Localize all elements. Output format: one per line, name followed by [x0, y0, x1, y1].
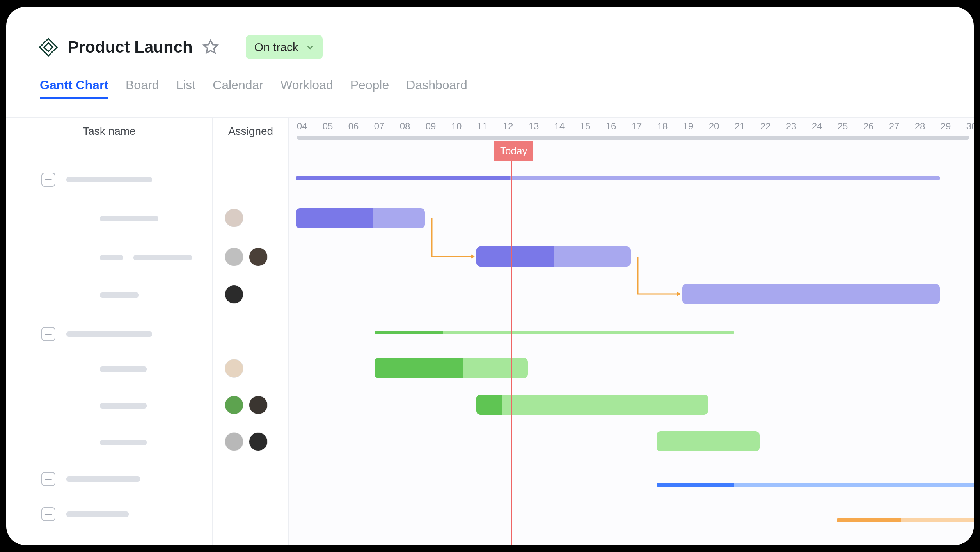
- gantt-task-bar[interactable]: [682, 284, 940, 304]
- project-title: Product Launch: [68, 38, 193, 57]
- timeline-strip: [297, 136, 969, 140]
- day-cell: 17: [624, 118, 650, 136]
- group-row[interactable]: [6, 460, 974, 498]
- tab-list[interactable]: List: [176, 78, 195, 99]
- day-cell: 21: [727, 118, 753, 136]
- favorite-star-button[interactable]: [202, 39, 219, 56]
- day-cell: 24: [804, 118, 830, 136]
- collapse-toggle[interactable]: [41, 327, 55, 341]
- collapse-toggle[interactable]: [41, 472, 55, 486]
- gantt-task-bar[interactable]: [476, 246, 631, 267]
- day-cell: 05: [315, 118, 341, 136]
- chevron-down-icon: [306, 43, 314, 51]
- task-name-placeholder: [66, 331, 152, 337]
- project-icon: [38, 37, 59, 57]
- task-name-placeholder: [100, 216, 158, 221]
- avatar[interactable]: [225, 248, 243, 266]
- day-cell: 11: [469, 118, 495, 136]
- avatar[interactable]: [225, 285, 243, 304]
- day-cell: 26: [856, 118, 881, 136]
- status-label: On track: [254, 41, 298, 54]
- day-cell: 13: [521, 118, 547, 136]
- group-row[interactable]: [6, 495, 974, 533]
- day-cell: 09: [418, 118, 444, 136]
- day-cell: 08: [392, 118, 418, 136]
- day-cell: 28: [907, 118, 933, 136]
- day-cell: 10: [444, 118, 469, 136]
- group-summary-bar: [837, 518, 974, 522]
- app-window: Product Launch On track Gantt Chart Boar…: [6, 7, 974, 545]
- day-cell: 30: [959, 118, 974, 136]
- avatar[interactable]: [225, 396, 243, 414]
- collapse-toggle[interactable]: [41, 173, 55, 187]
- task-name-placeholder: [100, 255, 123, 260]
- group-summary-bar: [375, 331, 734, 334]
- task-row[interactable]: [6, 423, 974, 462]
- avatar[interactable]: [225, 432, 243, 451]
- day-cell: 18: [650, 118, 675, 136]
- day-cell: 27: [881, 118, 907, 136]
- task-name-placeholder: [100, 440, 147, 445]
- today-marker: Today: [494, 141, 533, 161]
- tab-dashboard[interactable]: Dashboard: [406, 78, 467, 99]
- task-name-placeholder: [100, 366, 147, 372]
- day-cell: 12: [495, 118, 521, 136]
- gantt-task-bar[interactable]: [657, 431, 760, 451]
- timeline-day-header: 0405060708091011121314151617181920212223…: [289, 118, 974, 136]
- day-cell: 22: [753, 118, 778, 136]
- status-dropdown[interactable]: On track: [246, 35, 323, 59]
- tab-people[interactable]: People: [350, 78, 389, 99]
- task-name-placeholder: [100, 403, 147, 409]
- tab-calendar[interactable]: Calendar: [213, 78, 263, 99]
- task-name-placeholder: [66, 511, 129, 517]
- task-name-placeholder: [66, 476, 140, 482]
- avatar[interactable]: [249, 396, 268, 414]
- gantt-grid: Task name Assigned 040506070809101112131…: [6, 117, 974, 545]
- task-name-placeholder: [133, 255, 192, 260]
- view-tabs: Gantt Chart Board List Calendar Workload…: [6, 59, 974, 99]
- task-name-placeholder: [66, 177, 152, 182]
- avatar[interactable]: [249, 248, 268, 266]
- column-header-task-name: Task name: [6, 118, 212, 145]
- svg-rect-0: [40, 39, 57, 56]
- gantt-task-bar[interactable]: [296, 208, 425, 228]
- group-summary-bar: [657, 483, 974, 487]
- day-cell: 16: [598, 118, 624, 136]
- day-cell: 20: [701, 118, 727, 136]
- day-cell: 07: [366, 118, 392, 136]
- avatar[interactable]: [225, 359, 243, 378]
- gantt-task-bar[interactable]: [375, 358, 528, 378]
- day-cell: 19: [675, 118, 701, 136]
- task-name-placeholder: [100, 292, 139, 298]
- day-cell: 06: [341, 118, 366, 136]
- day-cell: 25: [830, 118, 856, 136]
- project-header: Product Launch On track: [6, 7, 974, 59]
- avatar[interactable]: [225, 209, 243, 227]
- day-cell: 15: [572, 118, 598, 136]
- task-row[interactable]: [6, 200, 974, 238]
- tab-workload[interactable]: Workload: [281, 78, 333, 99]
- day-cell: 14: [547, 118, 572, 136]
- group-summary-bar: [296, 176, 940, 180]
- tab-gantt-chart[interactable]: Gantt Chart: [40, 78, 108, 99]
- svg-rect-1: [44, 43, 53, 51]
- tab-board[interactable]: Board: [126, 78, 159, 99]
- collapse-toggle[interactable]: [41, 507, 55, 521]
- today-line: [511, 141, 512, 545]
- column-header-assigned: Assigned: [213, 118, 288, 145]
- day-cell: 04: [289, 118, 315, 136]
- day-cell: 23: [778, 118, 804, 136]
- day-cell: 29: [933, 118, 959, 136]
- avatar[interactable]: [249, 432, 268, 451]
